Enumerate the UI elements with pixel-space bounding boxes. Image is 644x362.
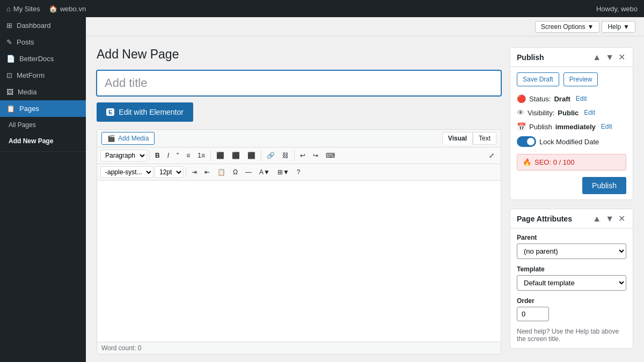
seo-icon: 🔥 bbox=[523, 158, 531, 166]
lock-modified-date-row: Lock Modified Date bbox=[517, 134, 626, 150]
sidebar-item-label: MetForm bbox=[17, 71, 45, 79]
text-tab[interactable]: Text bbox=[473, 132, 496, 145]
metform-icon: ⊡ bbox=[6, 71, 12, 79]
sidebar: ⊞ Dashboard ✎ Posts 📄 BetterDocs ⊡ MetFo… bbox=[0, 17, 86, 362]
editor-top-bar: 🎬 Add Media Visual Text bbox=[97, 130, 501, 147]
sidebar-item-posts[interactable]: ✎ Posts bbox=[0, 34, 86, 50]
panel-close-button[interactable]: ✕ bbox=[617, 52, 626, 62]
editor-top-bar-left: 🎬 Add Media bbox=[101, 132, 155, 145]
save-draft-button[interactable]: Save Draft bbox=[517, 72, 559, 86]
edit-with-elementor-button[interactable]: E Edit with Elementor bbox=[97, 102, 193, 122]
sidebar-separator bbox=[0, 151, 86, 152]
editor-area: Add New Page E Edit with Elementor 🎬 Add… bbox=[97, 47, 501, 357]
help-button[interactable]: Help ▼ bbox=[602, 21, 635, 33]
panel-toggle-button[interactable]: ▼ bbox=[604, 214, 615, 224]
publish-button[interactable]: Publish bbox=[582, 177, 626, 194]
link-button[interactable]: 🔗 bbox=[264, 150, 278, 161]
help-toolbar-button[interactable]: ? bbox=[294, 166, 304, 178]
panel-close-button[interactable]: ✕ bbox=[617, 213, 626, 224]
preview-button[interactable]: Preview bbox=[564, 72, 598, 86]
panel-collapse-up-button[interactable]: ▲ bbox=[591, 53, 602, 62]
panel-collapse-up-button[interactable]: ▲ bbox=[591, 214, 602, 224]
page-attributes-title: Page Attributes bbox=[517, 215, 572, 223]
publish-time-label: Publish bbox=[529, 123, 552, 131]
publish-time-value: immediately bbox=[555, 123, 596, 131]
toggle-slider bbox=[517, 136, 536, 147]
format-clear-button[interactable]: 📋 bbox=[214, 166, 229, 178]
publish-time-edit-link[interactable]: Edit bbox=[601, 123, 612, 130]
sidebar-item-label: Add New Page bbox=[9, 137, 53, 145]
unlink-button[interactable]: ⛓ bbox=[279, 150, 292, 161]
align-left-button[interactable]: ⬛ bbox=[213, 150, 228, 161]
screen-options-button[interactable]: Screen Options ▼ bbox=[535, 21, 600, 33]
template-select[interactable]: Default template bbox=[517, 275, 626, 291]
chevron-down-icon: ▼ bbox=[623, 23, 630, 31]
outdent-button[interactable]: ⇤ bbox=[201, 166, 213, 178]
template-label: Template bbox=[517, 265, 626, 273]
sidebar-item-betterdocs[interactable]: 📄 BetterDocs bbox=[0, 50, 86, 67]
undo-button[interactable]: ↩ bbox=[297, 150, 309, 161]
my-sites-link[interactable]: ⌂ My Sites bbox=[6, 5, 40, 13]
parent-form-group: Parent (no parent) bbox=[517, 234, 626, 259]
sidebar-item-media[interactable]: 🖼 Media bbox=[0, 84, 86, 100]
toolbar-separator bbox=[261, 150, 261, 161]
view-tabs: Visual Text bbox=[442, 132, 496, 145]
home-icon: 🏠 bbox=[49, 5, 57, 13]
panel-toggle-button[interactable]: ▼ bbox=[604, 53, 615, 62]
seo-label: SEO: 0 / 100 bbox=[535, 158, 574, 166]
paragraph-select[interactable]: Paragraph bbox=[100, 150, 147, 161]
visibility-icon: 👁 bbox=[517, 108, 524, 117]
order-input[interactable] bbox=[517, 307, 549, 321]
status-edit-link[interactable]: Edit bbox=[576, 95, 587, 102]
parent-label: Parent bbox=[517, 234, 626, 241]
visual-tab[interactable]: Visual bbox=[442, 132, 473, 145]
indent-button[interactable]: ⇥ bbox=[188, 166, 200, 178]
parent-select[interactable]: (no parent) bbox=[517, 243, 626, 259]
font-size-select[interactable]: 12pt bbox=[155, 166, 184, 178]
hr-button[interactable]: — bbox=[242, 166, 255, 178]
text-tab-label: Text bbox=[479, 135, 491, 142]
visual-tab-label: Visual bbox=[448, 135, 467, 142]
right-panel: Publish ▲ ▼ ✕ Save Draft Preview 🔴 Statu… bbox=[510, 47, 633, 357]
visibility-edit-link[interactable]: Edit bbox=[584, 109, 595, 116]
sidebar-item-all-pages[interactable]: All Pages bbox=[0, 117, 86, 133]
ordered-list-button[interactable]: 1≡ bbox=[194, 150, 208, 161]
fullscreen-button[interactable]: ⤢ bbox=[486, 150, 497, 161]
redo-button[interactable]: ↪ bbox=[310, 150, 321, 161]
page-attributes-header: Page Attributes ▲ ▼ ✕ bbox=[510, 209, 633, 228]
unordered-list-button[interactable]: ≡ bbox=[183, 150, 193, 161]
publish-action-row: Save Draft Preview bbox=[517, 72, 626, 86]
user-greeting: Howdy, webo bbox=[596, 5, 638, 13]
page-title-input[interactable] bbox=[97, 70, 501, 96]
sidebar-item-add-new-page[interactable]: Add New Page bbox=[0, 133, 86, 149]
special-char-button[interactable]: Ω bbox=[230, 166, 241, 178]
sidebar-item-label: All Pages bbox=[9, 121, 36, 129]
visibility-row: 👁 Visibility: Public Edit bbox=[517, 106, 626, 120]
shortcut-button[interactable]: ⌨ bbox=[323, 150, 338, 161]
align-center-button[interactable]: ⬛ bbox=[229, 150, 243, 161]
add-media-label: Add Media bbox=[118, 135, 149, 142]
italic-button[interactable]: I bbox=[164, 150, 172, 161]
sidebar-item-label: Media bbox=[18, 88, 36, 96]
site-name-link[interactable]: 🏠 webo.vn bbox=[49, 5, 86, 13]
lock-modified-date-label: Lock Modified Date bbox=[539, 138, 599, 146]
sidebar-item-dashboard[interactable]: ⊞ Dashboard bbox=[0, 17, 86, 34]
template-form-group: Template Default template bbox=[517, 265, 626, 291]
toolbar-row-1: Paragraph B I " ≡ 1≡ ⬛ ⬛ ⬛ 🔗 ⛓ ↩ ↪ ⌨ ⤢ bbox=[97, 147, 501, 164]
blockquote-button[interactable]: " bbox=[173, 150, 182, 161]
font-family-select[interactable]: -apple-syst... bbox=[100, 166, 153, 178]
toolbar-separator bbox=[294, 150, 295, 161]
lock-modified-date-toggle[interactable] bbox=[517, 136, 536, 147]
sidebar-item-pages[interactable]: 📋 Pages bbox=[0, 100, 86, 117]
posts-icon: ✎ bbox=[6, 38, 12, 46]
add-media-button[interactable]: 🎬 Add Media bbox=[101, 132, 155, 145]
calendar-icon: 📅 bbox=[517, 122, 526, 131]
betterdocs-icon: 📄 bbox=[6, 55, 15, 63]
sidebar-item-metform[interactable]: ⊡ MetForm bbox=[0, 67, 86, 84]
text-color-button[interactable]: A▼ bbox=[256, 166, 273, 178]
dashboard-icon: ⊞ bbox=[6, 21, 12, 29]
table-insert-button[interactable]: ⊞▼ bbox=[274, 166, 292, 178]
bold-button[interactable]: B bbox=[152, 150, 163, 161]
editor-body[interactable] bbox=[97, 181, 501, 342]
align-right-button[interactable]: ⬛ bbox=[244, 150, 259, 161]
